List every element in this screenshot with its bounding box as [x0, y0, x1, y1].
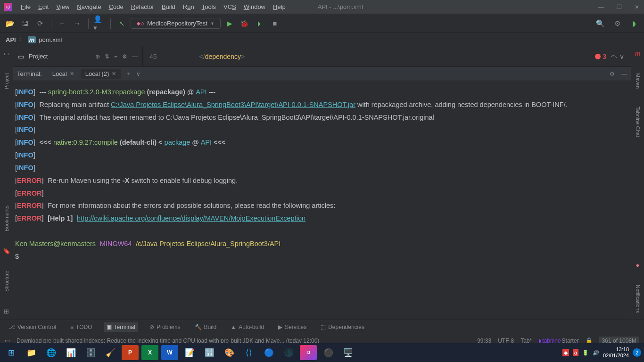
menu-run[interactable]: Run — [179, 1, 198, 12]
menu-refactor[interactable]: Refactor — [127, 1, 158, 12]
hide-icon[interactable]: — — [132, 53, 138, 60]
powerpoint-icon[interactable]: P — [122, 345, 139, 360]
caret-up-icon[interactable]: ヘ — [611, 52, 618, 61]
menu-build[interactable]: Build — [158, 1, 179, 12]
word-icon[interactable]: W — [161, 345, 178, 360]
ccleaner-icon[interactable]: 🧹 — [102, 345, 119, 360]
menu-window[interactable]: Window — [240, 1, 269, 12]
maximize-button[interactable]: ❐ — [616, 4, 622, 10]
maven-icon[interactable]: m — [635, 50, 641, 57]
target-icon[interactable]: ⊕ — [95, 53, 100, 60]
notifications-icon[interactable]: ● — [636, 262, 640, 269]
hammer-icon[interactable]: ↖ — [116, 17, 128, 30]
volume-icon[interactable]: 🔊 — [593, 350, 599, 356]
close-button[interactable]: ✕ — [634, 4, 640, 10]
app-icon-5[interactable]: 🖥️ — [339, 345, 356, 360]
search-icon[interactable]: 🔍 — [594, 17, 606, 30]
editor-header: ▭ Project ⊕ ⇅ ÷ ⚙ — 45 </dependency> 3 ヘ… — [13, 46, 631, 67]
app-icon-3[interactable]: 🔵 — [260, 345, 277, 360]
structure-tool-label[interactable]: Structure — [4, 269, 9, 294]
back-icon[interactable]: ← — [56, 17, 68, 30]
run-configuration-selector[interactable]: ◆◇ MedicoRepositoryTest ▼ — [131, 18, 221, 29]
notepad-icon[interactable]: 📝 — [181, 345, 198, 360]
calculator-icon[interactable]: 🔢 — [201, 345, 218, 360]
breadcrumb-root[interactable]: API — [6, 36, 16, 43]
tray-icon-1[interactable]: ◆ — [562, 349, 569, 356]
dropdown-icon[interactable]: ∨ — [136, 71, 140, 77]
run-icon[interactable]: ▶ — [223, 17, 236, 30]
menu-navigate[interactable]: Navigate — [73, 1, 105, 12]
project-tool-icon[interactable]: ▭ — [4, 50, 9, 57]
menu-code[interactable]: Code — [105, 1, 127, 12]
project-tool-label[interactable]: Project — [4, 71, 9, 91]
menu-vcs[interactable]: VCS — [220, 1, 240, 12]
autobuild-tool-button[interactable]: ▲ Auto-build — [228, 322, 267, 332]
gear-icon[interactable]: ⚙ — [122, 53, 127, 60]
bookmarks-tool-label[interactable]: Bookmarks — [4, 204, 9, 233]
terminal-settings-icon[interactable]: ⚙ — [610, 71, 615, 77]
open-icon[interactable]: 📂 — [4, 17, 16, 30]
notifications-label[interactable]: Notifications — [635, 283, 641, 315]
terminal-hide-icon[interactable]: — — [621, 71, 627, 77]
build-tool-button[interactable]: 🔨 Build — [192, 322, 220, 332]
forward-icon[interactable]: → — [71, 17, 83, 30]
excel-icon[interactable]: X — [141, 345, 158, 360]
debug-icon[interactable]: 🐞 — [239, 17, 251, 30]
app-icon-1[interactable]: 📊 — [62, 345, 79, 360]
app-icon-4[interactable]: ⚫ — [320, 345, 337, 360]
chevron-down-icon: ▼ — [210, 21, 215, 26]
problems-tool-button[interactable]: ⊘ Problems — [147, 322, 183, 332]
project-pane-icon: ▭ — [18, 53, 24, 60]
clock[interactable]: 13:18 02/01/2024 — [603, 346, 629, 359]
menu-tools[interactable]: Tools — [198, 1, 220, 12]
explorer-icon[interactable]: 📁 — [23, 345, 40, 360]
menu-edit[interactable]: Edit — [34, 1, 52, 12]
notification-badge[interactable]: 2 — [633, 348, 641, 357]
tabnine-toolbar-icon[interactable]: ◗ — [628, 17, 640, 30]
chevron-icon: 〉 — [19, 35, 25, 44]
tabnine-chat-label[interactable]: Tabnine Chat — [635, 105, 641, 139]
main-toolbar: 📂 🖫 ⟳ ← → 👤▾ ↖ ◆◇ MedicoRepositoryTest ▼… — [0, 14, 644, 33]
vscode-icon[interactable]: ⟨⟩ — [240, 345, 257, 360]
bookmark-icon[interactable]: 🔖 — [3, 247, 10, 255]
tray-icon-2[interactable]: a — [573, 349, 578, 356]
tab-close-icon[interactable]: ✕ — [112, 71, 116, 77]
terminal-output[interactable]: [INFO] --- spring-boot:3.2.0-M3:repackag… — [13, 81, 631, 310]
paint-icon[interactable]: 🎨 — [221, 345, 238, 360]
maven-tool-label[interactable]: Maven — [635, 71, 641, 90]
minimize-button[interactable]: — — [598, 4, 604, 10]
structure-icon[interactable]: ⊞ — [4, 308, 9, 315]
tab-close-icon[interactable]: ✕ — [70, 71, 74, 77]
menu-help[interactable]: Help — [269, 1, 289, 12]
breadcrumb-file[interactable]: pom.xml — [39, 36, 62, 43]
eclipse-icon[interactable]: 🌑 — [280, 345, 297, 360]
start-button[interactable]: ⊞ — [3, 345, 20, 360]
chrome-icon[interactable]: 🌐 — [42, 345, 59, 360]
new-tab-icon[interactable]: + — [126, 71, 130, 77]
divide-icon[interactable]: ÷ — [114, 53, 117, 60]
menu-file[interactable]: File — [17, 1, 34, 12]
dependencies-tool-button[interactable]: ⬚ Dependencies — [318, 322, 367, 332]
menu-view[interactable]: View — [52, 1, 73, 12]
app-icon-2[interactable]: 🗄️ — [82, 345, 99, 360]
error-indicator[interactable]: 3 ヘ ∨ — [595, 52, 624, 61]
right-tool-bar: m Maven Tabnine Chat ● Notifications — [631, 46, 644, 315]
vcs-tool-button[interactable]: ⎇ Version Control — [6, 322, 59, 332]
stop-icon[interactable]: ■ — [269, 17, 281, 30]
terminal-tool-button[interactable]: ▣ Terminal — [104, 322, 138, 332]
settings-icon[interactable]: ⚙ — [611, 17, 623, 30]
services-tool-button[interactable]: ▶ Services — [275, 322, 309, 332]
todo-tool-button[interactable]: ≡ TODO — [67, 322, 95, 332]
intellij-taskbar-icon[interactable]: IJ — [300, 345, 317, 360]
save-icon[interactable]: 🖫 — [19, 17, 31, 30]
breadcrumb: API 〉 m pom.xml — [0, 33, 644, 46]
coverage-icon[interactable]: ⏵ — [254, 17, 266, 30]
caret-down-icon[interactable]: ∨ — [619, 53, 624, 60]
sync-icon[interactable]: ⟳ — [34, 17, 46, 30]
collapse-icon[interactable]: ⇅ — [105, 53, 109, 60]
terminal-label: Terminal: — [17, 70, 42, 77]
terminal-tab-local[interactable]: Local ✕ — [48, 69, 79, 79]
battery-icon[interactable]: 🔋 — [582, 350, 589, 356]
user-dropdown-icon[interactable]: 👤▾ — [93, 17, 106, 30]
terminal-tab-local-2[interactable]: Local (2) ✕ — [81, 69, 121, 79]
